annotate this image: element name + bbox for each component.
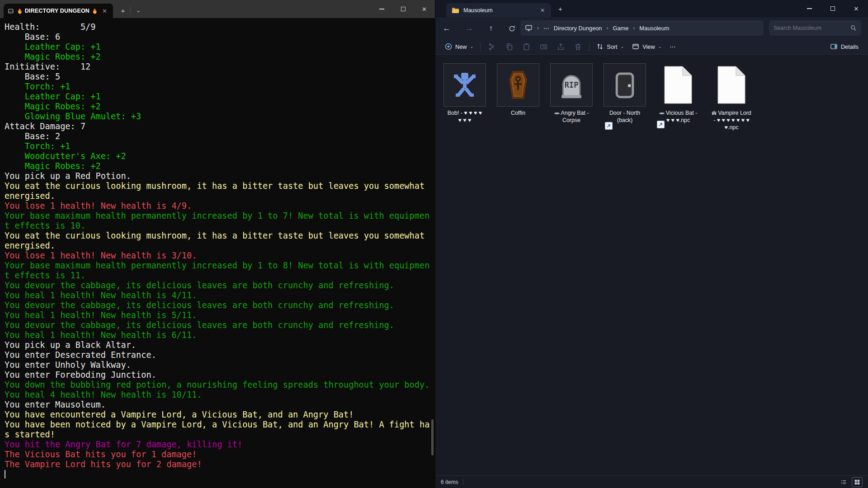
explorer-window: Mausoleum ✕ + ✕ ← → ↑ › ⋯ Directory [435,0,868,488]
search-box[interactable] [769,20,861,36]
fire-icon [17,8,23,14]
sort-button-label: Sort [607,43,617,50]
close-button[interactable]: ✕ [414,0,435,18]
coffin-icon [505,70,531,99]
door-icon [612,70,638,99]
terminal-line: Magic Robes: +2 [5,52,435,62]
terminal-line: Leather Cap: +1 [5,42,435,52]
terminal-line: The Vicious Bat hits you for 1 damage! [5,450,435,460]
explorer-statusbar: 6 items [435,475,868,488]
terminal-tab[interactable]: c:\ DIRECTORY DUNGEON ✕ [4,4,113,18]
terminal-tab-title-text: DIRECTORY DUNGEON [25,8,90,14]
terminal-line: Health: 5/9 [5,22,435,32]
explorer-toolbar: New ⌄ A [435,39,868,55]
maximize-button[interactable] [821,0,844,17]
terminal-line: You have encountered a Vampire Lord, a V… [5,410,435,420]
back-button[interactable]: ← [441,23,453,34]
forward-button[interactable]: → [463,23,475,34]
terminal-line: Glowing Blue Amulet: +3 [5,112,435,122]
sort-icon [596,43,604,50]
share-icon [557,43,565,51]
terminal-line: You have been noticed by a Vampire Lord,… [5,420,435,430]
close-button[interactable]: ✕ [844,0,868,17]
maximize-icon [830,6,835,11]
copy-button[interactable] [500,40,518,53]
terminal-line: Attack Damage: 7 [5,122,435,131]
file-item-vicious-bat[interactable]: Vicious Bat - ♥ ♥ ♥.npc [657,63,699,131]
terminal-output[interactable]: Health: 5/9 Base: 6 Leather Cap: +1 Magi… [0,18,435,488]
svg-text:A: A [542,45,545,49]
share-button[interactable] [552,40,569,53]
terminal-cursor [5,470,5,479]
terminal-line: You enter Foreboding Junction. [5,370,435,380]
cut-button[interactable] [483,40,500,53]
thumbnail-view-icon [854,479,860,485]
bat-icon [659,111,665,115]
terminal-line: You lose 1 health! New health is 4/9. [5,201,435,211]
paste-icon [523,43,530,51]
new-button-label: New [455,43,467,50]
plus-circle-icon [445,43,452,50]
file-item-angry-bat-corpse[interactable]: RIP Angry Bat - Corpse [550,63,593,131]
terminal-scrollbar[interactable] [431,419,434,455]
terminal-line: You eat the curious looking mushroom, it… [5,181,435,191]
file-item-door-north[interactable]: Door - North (back) [604,63,646,131]
sort-button[interactable]: Sort ⌄ [592,40,628,53]
delete-button[interactable] [569,40,586,53]
file-label: Vampire Lord - ♥ ♥ ♥ ♥ ♥ ♥ ♥ ♥.npc [712,109,751,131]
details-pane-button[interactable]: Details [826,40,863,53]
rename-button[interactable]: A [535,40,552,53]
terminal-line: Your base maximum health permanently inc… [5,211,435,221]
terminal-line: You pick up a Red Potion. [5,171,435,181]
terminal-line: You devour the cabbage, its delicious le… [5,300,435,310]
refresh-button[interactable] [506,23,518,34]
tab-close-icon[interactable]: ✕ [101,8,108,14]
view-button[interactable]: View ⌄ [628,40,665,53]
terminal-line: energised. [5,241,435,251]
breadcrumb-item[interactable]: Mausoleum [639,25,669,32]
file-item-vampire-lord[interactable]: Vampire Lord - ♥ ♥ ♥ ♥ ♥ ♥ ♥ ♥.npc [710,63,753,131]
terminal-line: You devour the cabbage, its delicious le… [5,281,435,291]
trash-icon [574,43,582,51]
svg-text:c:\: c:\ [9,9,13,12]
chevron-down-icon: ⌄ [621,44,624,49]
maximize-button[interactable] [392,0,414,18]
thumbnail-view-toggle[interactable] [852,477,863,487]
breadcrumb-item[interactable]: Game [613,25,629,32]
new-tab-button[interactable]: + [117,5,129,16]
terminal-line: Torch: +1 [5,141,435,151]
file-item-bob[interactable]: Bob! - ♥ ♥ ♥ ♥ ♥ ♥ ♥ [443,63,486,131]
tab-dropdown-button[interactable]: ⌄ [132,5,145,16]
terminal-line: Base: 2 [5,131,435,141]
terminal-tab-title: DIRECTORY DUNGEON [17,8,98,14]
terminal-titlebar: c:\ DIRECTORY DUNGEON ✕ + ⌄ ✕ [0,0,435,18]
chevron-right-icon: › [633,25,635,31]
explorer-tab-label: Mausoleum [463,7,534,14]
terminal-line: You enter Desecrated Entrance. [5,350,435,360]
chevron-down-icon: ⌄ [658,44,662,49]
cmd-icon: c:\ [8,8,14,14]
castle-icon [712,110,717,115]
terminal-line: Woodcutter's Axe: +2 [5,151,435,161]
terminal-window: c:\ DIRECTORY DUNGEON ✕ + ⌄ ✕ [0,0,435,488]
new-tab-button[interactable]: + [558,5,562,13]
file-item-coffin[interactable]: Coffin [497,63,539,131]
breadcrumb-item[interactable]: Directory Dungeon [554,25,602,32]
breadcrumb-ellipsis[interactable]: ⋯ [543,25,549,32]
more-options-button[interactable]: ⋯ [665,40,679,53]
up-button[interactable]: ↑ [485,23,497,34]
paste-button[interactable] [518,40,535,53]
tab-close-icon[interactable]: ✕ [538,7,547,14]
new-button[interactable]: New ⌄ [441,40,477,53]
file-area[interactable]: Bob! - ♥ ♥ ♥ ♥ ♥ ♥ ♥ Coffin [435,55,868,475]
this-pc-icon [525,24,533,32]
address-bar[interactable]: › ⋯ Directory Dungeon › Game › Mausoleum [520,20,764,36]
explorer-tab[interactable]: Mausoleum ✕ [446,3,551,17]
minimize-button[interactable] [371,0,392,18]
minimize-icon [379,9,384,9]
details-view-toggle[interactable] [838,477,849,487]
search-input[interactable] [774,25,850,31]
terminal-line: s started! [5,430,435,440]
rename-icon: A [540,43,547,51]
minimize-button[interactable] [797,0,821,17]
